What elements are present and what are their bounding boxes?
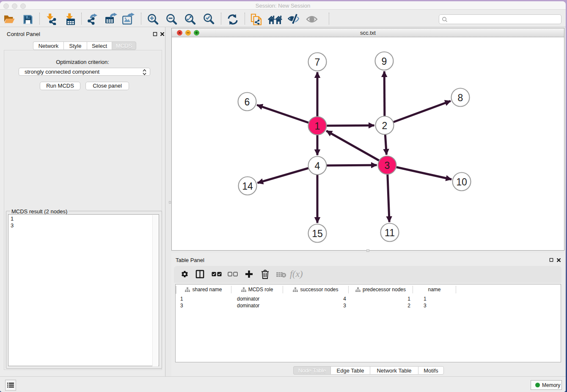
svg-text:8: 8 <box>458 92 463 103</box>
svg-text:6: 6 <box>245 97 250 108</box>
svg-text:10: 10 <box>456 177 467 188</box>
svg-text:3: 3 <box>385 160 390 171</box>
svg-text:14: 14 <box>242 181 253 192</box>
svg-text:1: 1 <box>315 121 320 132</box>
svg-text:7: 7 <box>315 57 320 68</box>
svg-text:15: 15 <box>312 228 323 239</box>
svg-text:11: 11 <box>385 227 395 238</box>
svg-text:9: 9 <box>382 56 387 67</box>
svg-text:2: 2 <box>382 120 388 131</box>
svg-text:4: 4 <box>315 160 320 171</box>
